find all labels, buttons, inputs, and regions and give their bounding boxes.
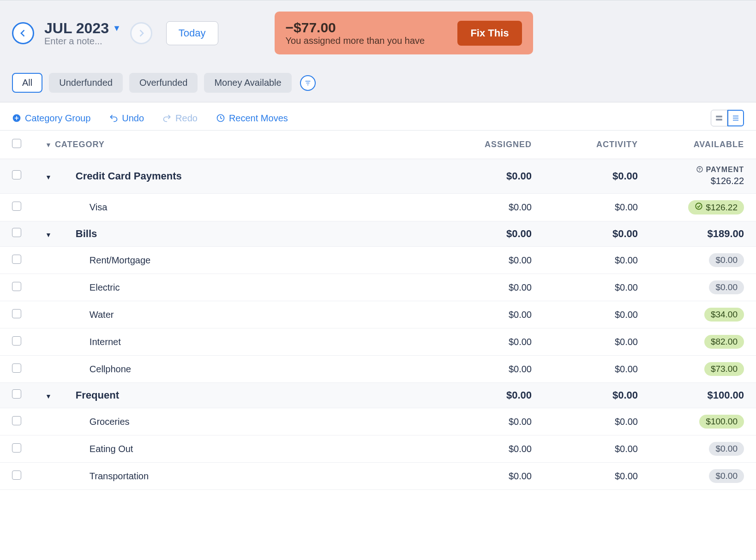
category-row[interactable]: Cellphone $0.00 $0.00 $73.00 (0, 356, 756, 383)
row-checkbox[interactable] (12, 363, 21, 373)
row-checkbox[interactable] (12, 255, 21, 264)
view-mode-toggle (711, 110, 744, 126)
category-row[interactable]: Electric $0.00 $0.00 $0.00 (0, 274, 756, 301)
category-row[interactable]: Visa $0.00 $0.00 $126.22 (0, 194, 756, 221)
help-icon[interactable]: ? (696, 166, 703, 175)
row-checkbox[interactable] (12, 416, 21, 425)
row-checkbox[interactable] (12, 282, 21, 291)
available-pill[interactable]: $73.00 (704, 362, 744, 376)
row-assigned[interactable]: $0.00 (438, 328, 544, 356)
category-row[interactable]: Internet $0.00 $0.00 $82.00 (0, 328, 756, 356)
budget-table: ▼ CATEGORY ASSIGNED ACTIVITY AVAILABLE ▼… (0, 131, 756, 490)
filter-settings-button[interactable] (300, 75, 316, 91)
header-row-main: JUL 2023 ▼ Enter a note... Today −$77.00… (12, 12, 744, 54)
available-pill[interactable]: $100.00 (699, 415, 744, 429)
group-collapse-icon[interactable]: ▼ (45, 393, 52, 400)
available-pill[interactable]: $0.00 (709, 253, 744, 267)
row-assigned[interactable]: $0.00 (438, 301, 544, 328)
filter-overfunded[interactable]: Overfunded (129, 73, 198, 93)
row-assigned[interactable]: $0.00 (438, 435, 544, 463)
row-assigned[interactable]: $0.00 (438, 274, 544, 301)
row-checkbox[interactable] (12, 336, 21, 346)
overspent-alert: −$77.00 You assigned more than you have … (275, 12, 533, 54)
group-collapse-icon[interactable]: ▼ (45, 231, 52, 238)
available-pill[interactable]: $34.00 (704, 308, 744, 322)
available-amount: $0.00 (715, 471, 738, 481)
available-amount: $73.00 (711, 364, 738, 374)
budget-header: JUL 2023 ▼ Enter a note... Today −$77.00… (0, 0, 756, 102)
category-row[interactable]: Eating Out $0.00 $0.00 $0.00 (0, 435, 756, 463)
group-available: $100.00 (650, 383, 756, 408)
row-activity: $0.00 (544, 194, 650, 221)
row-activity: $0.00 (544, 463, 650, 490)
undo-button[interactable]: Undo (109, 113, 144, 124)
available-amount: $0.00 (715, 282, 738, 292)
add-category-group-button[interactable]: Category Group (12, 113, 90, 124)
group-checkbox[interactable] (12, 170, 21, 179)
note-input[interactable]: Enter a note... (44, 36, 121, 47)
next-month-button[interactable] (130, 22, 152, 44)
row-checkbox[interactable] (12, 309, 21, 318)
view-compact-button[interactable] (711, 110, 727, 126)
col-activity: ACTIVITY (544, 131, 650, 159)
category-row[interactable]: Groceries $0.00 $0.00 $100.00 (0, 408, 756, 435)
row-activity: $0.00 (544, 408, 650, 435)
row-assigned[interactable]: $0.00 (438, 247, 544, 274)
group-collapse-icon[interactable]: ▼ (45, 173, 52, 181)
category-name: Water (76, 310, 114, 320)
redo-button[interactable]: Redo (162, 113, 198, 124)
category-row[interactable]: Rent/Mortgage $0.00 $0.00 $0.00 (0, 247, 756, 274)
group-available: $189.00 (650, 221, 756, 247)
month-label: JUL 2023 (44, 20, 109, 37)
svg-point-12 (696, 203, 702, 209)
group-checkbox[interactable] (12, 389, 21, 399)
row-assigned[interactable]: $0.00 (438, 356, 544, 383)
prev-month-button[interactable] (12, 22, 34, 44)
group-available: ? PAYMENT$126.22 (650, 159, 756, 194)
recent-moves-button[interactable]: Recent Moves (216, 113, 288, 124)
fix-this-button[interactable]: Fix This (457, 21, 522, 46)
category-name: Visa (76, 202, 108, 212)
filter-all[interactable]: All (12, 73, 42, 93)
available-amount: $0.00 (715, 255, 738, 265)
col-available: AVAILABLE (650, 131, 756, 159)
available-amount: $126.22 (706, 203, 738, 213)
collapse-all-icon[interactable]: ▼ (45, 141, 52, 149)
row-assigned[interactable]: $0.00 (438, 194, 544, 221)
category-name: Cellphone (76, 364, 131, 374)
undo-icon (109, 113, 118, 123)
available-amount: $100.00 (706, 417, 738, 427)
available-pill[interactable]: $0.00 (709, 442, 744, 456)
row-activity: $0.00 (544, 247, 650, 274)
table-header-row: ▼ CATEGORY ASSIGNED ACTIVITY AVAILABLE (0, 131, 756, 159)
svg-rect-6 (716, 119, 722, 121)
filter-money-available[interactable]: Money Available (204, 73, 291, 93)
available-pill[interactable]: $82.00 (704, 335, 744, 349)
row-assigned[interactable]: $0.00 (438, 408, 544, 435)
group-activity: $0.00 (544, 159, 650, 194)
available-amount: $82.00 (711, 337, 738, 347)
row-assigned[interactable]: $0.00 (438, 463, 544, 490)
available-pill[interactable]: $0.00 (709, 280, 744, 294)
month-selector[interactable]: JUL 2023 ▼ Enter a note... (44, 20, 121, 47)
row-checkbox[interactable] (12, 443, 21, 453)
group-checkbox[interactable] (12, 228, 21, 237)
view-list-button[interactable] (727, 110, 744, 126)
category-group-row[interactable]: ▼ Credit Card Payments $0.00 $0.00 ? PAY… (0, 159, 756, 194)
available-pill[interactable]: $126.22 (688, 200, 744, 214)
row-checkbox[interactable] (12, 471, 21, 480)
col-category: ▼ CATEGORY (33, 131, 438, 159)
select-all-checkbox[interactable] (12, 139, 21, 148)
category-name: Transportation (76, 471, 149, 481)
history-icon (216, 113, 225, 123)
row-checkbox[interactable] (12, 202, 21, 211)
today-button[interactable]: Today (166, 21, 218, 45)
filter-underfunded[interactable]: Underfunded (49, 73, 123, 93)
category-row[interactable]: Water $0.00 $0.00 $34.00 (0, 301, 756, 328)
row-activity: $0.00 (544, 356, 650, 383)
category-row[interactable]: Transportation $0.00 $0.00 $0.00 (0, 463, 756, 490)
category-group-row[interactable]: ▼ Bills $0.00 $0.00 $189.00 (0, 221, 756, 247)
category-group-row[interactable]: ▼ Frequent $0.00 $0.00 $100.00 (0, 383, 756, 408)
available-pill[interactable]: $0.00 (709, 469, 744, 483)
available-amount: $34.00 (711, 310, 738, 320)
